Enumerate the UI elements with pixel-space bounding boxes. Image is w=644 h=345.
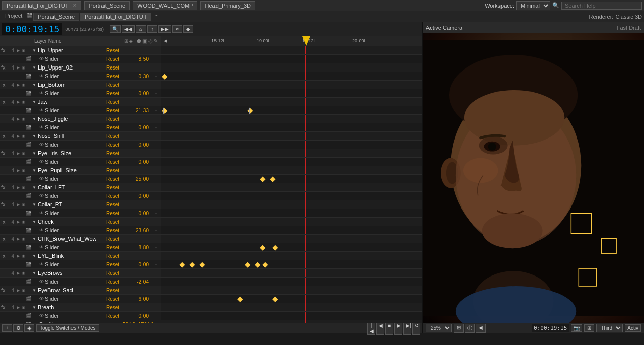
reset-button[interactable]: Reset xyxy=(103,296,123,302)
expand-icon[interactable]: ▼ xyxy=(32,237,36,241)
visibility-icon[interactable]: 👁 xyxy=(39,125,44,130)
row-icon-0[interactable]: ▶ xyxy=(16,305,21,310)
expand-icon[interactable]: ▼ xyxy=(32,288,36,293)
reset-button[interactable]: Reset xyxy=(103,245,123,250)
visibility-icon[interactable]: 👁 xyxy=(39,228,44,233)
layer-value[interactable]: 0.00 xyxy=(123,193,151,199)
layer-value[interactable]: 23.60 xyxy=(123,228,151,233)
row-icon-0[interactable]: ▶ xyxy=(16,237,21,241)
active-btn[interactable]: Activ xyxy=(625,324,641,332)
layer-row[interactable]: fx4▶◉▼Collar_RTReset xyxy=(0,200,161,209)
reset-button[interactable]: Reset xyxy=(103,74,123,79)
reset-button[interactable]: Reset xyxy=(103,193,123,199)
row-icon-1[interactable]: ◉ xyxy=(21,65,26,70)
visibility-icon[interactable]: 👁 xyxy=(39,159,44,164)
next-frame-btn[interactable]: ▶| xyxy=(403,322,411,335)
row-icon-1[interactable]: ◉ xyxy=(21,168,26,173)
expand-icon[interactable]: ▼ xyxy=(32,202,36,207)
reset-button[interactable]: Reset xyxy=(103,236,123,242)
reset-button[interactable]: Reset xyxy=(103,211,123,216)
reset-button[interactable]: Reset xyxy=(103,133,123,139)
layer-row[interactable]: 4▶◉▼Nose_JiggleReset xyxy=(0,115,161,123)
layer-source-icon[interactable]: 🎬 xyxy=(26,245,31,250)
layer-row[interactable]: fx4▶◉▼CheekReset xyxy=(0,218,161,226)
layer-source-icon[interactable]: 🎬 xyxy=(26,56,31,61)
keyframe[interactable] xyxy=(245,262,250,268)
reset-button[interactable]: Reset xyxy=(103,270,123,276)
row-icon-0[interactable]: ▶ xyxy=(16,151,21,156)
snapshot-btn[interactable]: 📷 xyxy=(571,324,582,332)
reset-button[interactable]: Reset xyxy=(103,151,123,156)
keyframe[interactable] xyxy=(272,297,278,302)
reset-button[interactable]: Reset xyxy=(103,142,123,148)
layer-row[interactable]: fx4▶◉▼Lip_BottomReset xyxy=(0,81,161,89)
keyframe[interactable] xyxy=(162,74,167,80)
tab-wood-wall[interactable]: WOOD_WALL_COMP xyxy=(133,1,197,10)
reset-button[interactable]: Reset xyxy=(103,279,123,285)
visibility-icon[interactable]: 👁 xyxy=(39,262,44,267)
row-icon-1[interactable]: ◉ xyxy=(21,288,26,293)
layer-source-icon[interactable]: 🎬 xyxy=(26,159,31,164)
layer-value[interactable]: -8.80 xyxy=(123,245,151,250)
keyframe[interactable] xyxy=(270,177,275,182)
add-layer-btn[interactable]: + xyxy=(2,324,12,332)
layer-row[interactable]: fx4▶◉▼Lip_Upper_02Reset xyxy=(0,63,161,72)
row-icon-1[interactable]: ◉ xyxy=(21,220,26,224)
layer-row[interactable]: 🎬👁SliderReset8.50···· xyxy=(0,55,161,63)
layer-value[interactable]: 0.00 xyxy=(123,313,151,319)
layer-row[interactable]: fx4▶◉▼Collar_LFTReset xyxy=(0,183,161,192)
layer-value[interactable]: 0.00 xyxy=(123,91,151,96)
reset-button[interactable]: Reset xyxy=(103,108,123,113)
reset-button[interactable]: Reset xyxy=(103,91,123,96)
expand-icon[interactable]: ▼ xyxy=(32,65,36,70)
reset-button[interactable]: Reset xyxy=(103,228,123,233)
reset-button[interactable]: Reset xyxy=(103,253,123,259)
keyframe[interactable] xyxy=(179,262,185,268)
row-icon-0[interactable]: ▶ xyxy=(16,168,21,173)
visibility-icon[interactable]: 👁 xyxy=(39,279,44,284)
reset-button[interactable]: Reset xyxy=(103,82,123,88)
layer-source-icon[interactable]: 🎬 xyxy=(26,176,31,181)
reset-button[interactable]: Reset xyxy=(103,313,123,319)
settings-btn[interactable]: ⚙ xyxy=(13,324,23,332)
layer-source-icon[interactable]: 🎬 xyxy=(26,74,31,79)
layer-row[interactable]: fx4▶◉▼EyeBrow_SadReset xyxy=(0,286,161,295)
layer-value[interactable]: 0.00 xyxy=(123,142,151,148)
expand-icon[interactable]: ▼ xyxy=(32,117,36,121)
reset-button[interactable]: Reset xyxy=(103,48,123,53)
visibility-icon[interactable]: 👁 xyxy=(39,245,44,250)
reset-button[interactable]: Reset xyxy=(103,202,123,208)
keyframe[interactable] xyxy=(255,262,260,268)
comp-tab-portrait-flat[interactable]: PortraitFlat_For_DIGTUT xyxy=(80,13,151,21)
layer-row[interactable]: 🎬👁SliderReset0.00···· xyxy=(0,260,161,269)
row-icon-1[interactable]: ◉ xyxy=(21,134,26,139)
layer-row[interactable]: fx4▶◉▼Lip_UpperReset xyxy=(0,46,161,55)
reset-button[interactable]: Reset xyxy=(103,168,123,173)
prev-kf-btn[interactable]: ◀◀ xyxy=(122,25,135,33)
layer-row[interactable]: 🎬👁SliderReset0.00···· xyxy=(0,158,161,166)
search-input[interactable] xyxy=(561,2,642,10)
keyframe[interactable] xyxy=(189,262,195,268)
reset-button[interactable]: Reset xyxy=(103,125,123,130)
expand-icon[interactable]: ▼ xyxy=(32,134,36,139)
expand-icon[interactable]: ▼ xyxy=(32,83,36,87)
layer-source-icon[interactable]: 🎬 xyxy=(26,228,31,233)
layer-row[interactable]: 🎬👁SliderReset0.00···· xyxy=(0,141,161,149)
keyframe[interactable] xyxy=(262,262,268,268)
grid2-btn[interactable]: ⊞ xyxy=(584,324,594,332)
ripple-btn[interactable]: ≈ xyxy=(172,25,182,33)
project-btn[interactable]: Project xyxy=(2,13,25,21)
row-icon-0[interactable]: ▶ xyxy=(16,48,21,53)
tab-portriat[interactable]: PortraitFlat_For_DIGTUT ✕ xyxy=(2,1,81,10)
layer-source-icon[interactable]: 🎬 xyxy=(26,91,31,96)
row-icon-1[interactable]: ◉ xyxy=(21,237,26,241)
row-icon-1[interactable]: ◉ xyxy=(21,48,26,53)
layer-value[interactable]: 6.00 xyxy=(123,296,151,302)
layer-row[interactable]: 🎬👁SliderReset-8.80···· xyxy=(0,243,161,252)
reset-button[interactable]: Reset xyxy=(103,288,123,293)
expand-icon[interactable]: ▼ xyxy=(32,305,36,310)
visibility-icon[interactable]: 👁 xyxy=(39,142,44,147)
row-icon-1[interactable]: ◉ xyxy=(21,202,26,207)
row-icon-0[interactable]: ▶ xyxy=(16,65,21,70)
next-btn[interactable]: ▶▶ xyxy=(158,25,171,33)
